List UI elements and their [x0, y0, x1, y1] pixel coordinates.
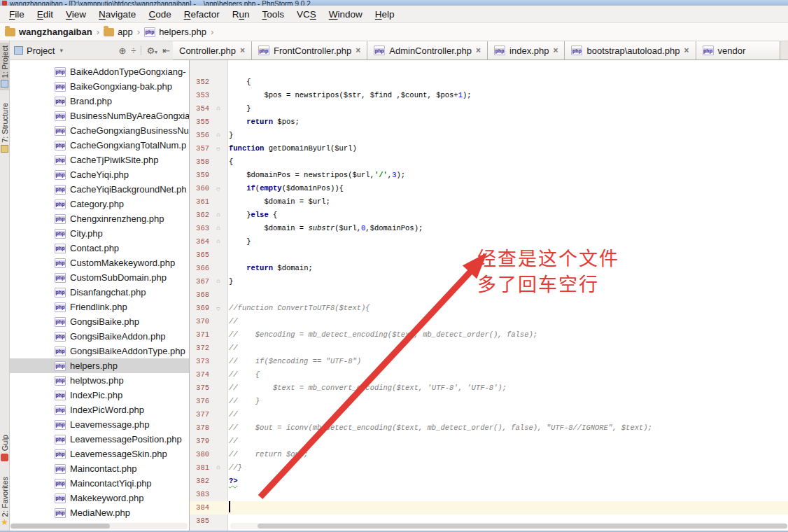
fold-marker-icon[interactable]: ⌂	[213, 142, 224, 155]
menu-view[interactable]: View	[59, 7, 92, 22]
tree-item[interactable]: phphelpers.php	[10, 358, 189, 373]
tree-item[interactable]: phpChengxinrenzheng.php	[10, 211, 189, 226]
code-line[interactable]: 375// $text = mb_convert_encoding($text,…	[190, 382, 788, 395]
code-line[interactable]: 359 $domainPos = newstripos($url,'/',3);	[190, 169, 788, 182]
menu-window[interactable]: Window	[323, 7, 369, 22]
tree-item[interactable]: phpCacheGongxiangBusinessNu	[10, 123, 189, 138]
fold-marker-icon[interactable]: ⌂	[213, 129, 224, 142]
fold-marker-icon[interactable]: ⌂	[213, 182, 224, 195]
code-line[interactable]: 368	[190, 288, 788, 302]
tree-item[interactable]: phpGongsiBaikeAddon.php	[10, 329, 189, 344]
tool-window-button-project[interactable]: 1: Project	[0, 43, 10, 90]
code-line[interactable]: 362⌂ }else {	[190, 209, 788, 222]
code-line[interactable]: 353 $pos = newstripos($str, $find ,$coun…	[190, 89, 788, 102]
code-line[interactable]: 367⌂}	[190, 275, 788, 288]
code-line[interactable]: 363⌂ $domain = substr($url,0,$domainPos)…	[190, 222, 788, 235]
scrollbar-thumb[interactable]	[258, 524, 787, 528]
close-icon[interactable]: ×	[356, 46, 360, 55]
editor-horizontal-scrollbar[interactable]	[230, 523, 787, 529]
breadcrumb-wangzhangaiban[interactable]: wangzhangaiban	[19, 27, 92, 37]
tree-item[interactable]: phpCacheYiqiBackgroundNet.ph	[10, 182, 189, 197]
editor-tab[interactable]: phpFrontController.php×	[252, 41, 367, 59]
menu-help[interactable]: Help	[369, 7, 401, 22]
editor-tab[interactable]: phpbootstrap\autoload.php×	[565, 41, 696, 59]
project-panel-title[interactable]: Project	[27, 46, 55, 56]
fold-marker-icon[interactable]: ⌂	[213, 209, 224, 222]
code-line[interactable]: 380// return $out;	[190, 448, 788, 461]
breadcrumb-app[interactable]: app	[118, 27, 133, 37]
tree-item[interactable]: phpLeavemessagePosition.php	[10, 432, 189, 447]
menu-refactor[interactable]: Refactor	[178, 7, 226, 22]
tree-item[interactable]: phpGongsiBaike.php	[10, 314, 189, 329]
tree-item[interactable]: phpCustomMakekeyword.php	[10, 255, 189, 270]
menu-tools[interactable]: Tools	[255, 7, 290, 22]
code-line[interactable]: 372//	[190, 342, 788, 355]
code-line[interactable]: 366 return $domain;	[190, 262, 788, 275]
code-area[interactable]: 352 {353 $pos = newstripos($str, $find ,…	[190, 76, 788, 528]
menu-navigate[interactable]: Navigate	[92, 7, 142, 22]
scrollbar-thumb[interactable]	[10, 524, 110, 528]
tree-item[interactable]: phpLeavemessage.php	[10, 417, 189, 432]
tool-window-button-structure[interactable]: 7: Structure	[0, 100, 10, 155]
tree-item[interactable]: phpCacheGongxiangTotalNum.p	[10, 138, 189, 153]
chevron-down-icon[interactable]: ▾	[59, 47, 63, 54]
code-line[interactable]: 358{	[190, 155, 788, 169]
code-line[interactable]: 361 $domain = $url;	[190, 195, 788, 209]
tree-item[interactable]: phpMakekeyword.php	[10, 491, 189, 505]
editor-tab[interactable]: phpvendor	[696, 41, 780, 59]
menu-run[interactable]: Run	[226, 7, 256, 22]
tree-item[interactable]: phpGongsiBaikeAddonType.php	[10, 344, 189, 358]
code-line[interactable]: 355 return $pos;	[190, 115, 788, 129]
tree-item[interactable]: phpFriendlink.php	[10, 300, 189, 314]
tree-item[interactable]: phpBaikeGongxiang-bak.php	[10, 79, 189, 94]
editor-tab[interactable]: phpAdminController.php×	[367, 41, 488, 59]
code-line[interactable]: 384	[190, 501, 788, 514]
code-line[interactable]: 379//	[190, 435, 788, 448]
close-icon[interactable]: ×	[553, 46, 558, 55]
gear-icon[interactable]: ⚙▾	[146, 46, 157, 56]
code-line[interactable]: 360⌂ if(empty($domainPos)){	[190, 182, 788, 195]
tree-horizontal-scrollbar[interactable]	[10, 523, 188, 529]
code-line[interactable]: 364⌂ }	[190, 235, 788, 248]
code-line[interactable]: 352 {	[190, 76, 788, 89]
code-line[interactable]: 374// {	[190, 368, 788, 382]
fold-marker-icon[interactable]: ⌂	[213, 275, 224, 288]
code-line[interactable]: 369⌂//function ConvertToUTF8($text){	[190, 302, 788, 315]
hide-panel-icon[interactable]: ⇤	[162, 46, 170, 56]
locate-file-icon[interactable]: ⊕	[118, 46, 126, 56]
code-line[interactable]: 354⌂ }	[190, 102, 788, 115]
editor-tab[interactable]: phpindex.php×	[488, 41, 565, 59]
close-icon[interactable]: ×	[476, 46, 481, 55]
tree-item[interactable]: phpMaincontactYiqi.php	[10, 476, 189, 491]
tree-item[interactable]: phpContact.php	[10, 241, 189, 255]
fold-marker-icon[interactable]: ⌂	[213, 235, 224, 248]
menu-file[interactable]: File	[3, 7, 31, 22]
code-line[interactable]: 371// $encoding = mb_detect_encoding($te…	[190, 328, 788, 342]
menu-code[interactable]: Code	[142, 7, 177, 22]
close-icon[interactable]: ×	[684, 46, 689, 55]
tool-window-button-gulp[interactable]: Gulp	[0, 432, 10, 463]
tree-item[interactable]: phpCustomSubDomain.php	[10, 270, 189, 285]
tree-item[interactable]: phpBrand.php	[10, 94, 189, 108]
fold-marker-icon[interactable]: ⌂	[213, 461, 224, 475]
tree-item[interactable]: phpMediaNew.php	[10, 505, 189, 520]
tool-window-button-star[interactable]: 2: Favorites★	[0, 474, 10, 529]
editor-tab[interactable]: Controller.php×	[173, 41, 252, 59]
code-line[interactable]: 381⌂//}	[190, 461, 788, 475]
close-icon[interactable]: ×	[240, 46, 245, 55]
breadcrumb-helpers-php[interactable]: helpers.php	[159, 27, 206, 37]
code-line[interactable]: 378// $out = iconv(mb_detect_encoding($t…	[190, 421, 788, 435]
tree-item[interactable]: phphelptwos.php	[10, 373, 189, 388]
code-line[interactable]: 357⌂function getDomainByUrl($url)	[190, 142, 788, 155]
code-line[interactable]: 382?>	[190, 475, 788, 488]
tree-item[interactable]: phpIndexPic.php	[10, 388, 189, 402]
tree-item[interactable]: phpCacheYiqi.php	[10, 167, 189, 182]
menu-edit[interactable]: Edit	[31, 7, 59, 22]
tree-item[interactable]: phpCategory.php	[10, 197, 189, 211]
code-line[interactable]: 365	[190, 248, 788, 262]
tree-item[interactable]: phpIndexPicWord.php	[10, 402, 189, 417]
code-line[interactable]: 370//	[190, 315, 788, 328]
fold-marker-icon[interactable]: ⌂	[213, 302, 224, 315]
tree-item[interactable]: phpCity.php	[10, 226, 189, 241]
code-line[interactable]: 383	[190, 488, 788, 501]
